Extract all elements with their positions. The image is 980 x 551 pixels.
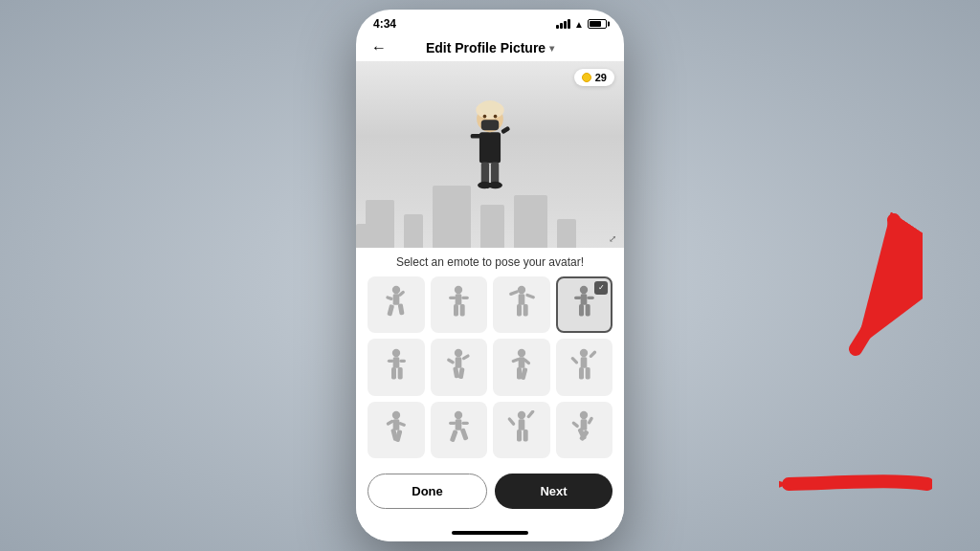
svg-rect-15 — [386, 296, 393, 301]
coin-icon — [582, 73, 591, 82]
wifi-icon: ▲ — [574, 19, 584, 30]
svg-rect-22 — [462, 297, 470, 299]
coins-count: 29 — [595, 72, 607, 83]
svg-rect-40 — [399, 359, 406, 362]
svg-point-12 — [494, 115, 498, 119]
arrow-next-indicator — [779, 455, 932, 513]
emote-cell-12[interactable] — [556, 402, 613, 459]
svg-rect-41 — [391, 367, 396, 380]
svg-point-19 — [455, 286, 462, 294]
svg-rect-60 — [586, 367, 590, 380]
svg-point-61 — [392, 411, 400, 419]
emote-hint: Select an emote to pose your avatar! — [368, 255, 612, 269]
svg-rect-46 — [462, 354, 471, 361]
svg-rect-14 — [392, 294, 399, 305]
svg-rect-74 — [518, 419, 524, 430]
svg-rect-29 — [517, 304, 522, 317]
svg-rect-0 — [479, 132, 501, 163]
emote-cell-2[interactable] — [431, 276, 488, 334]
emote-cell-5[interactable] — [368, 339, 425, 396]
svg-rect-44 — [456, 357, 462, 368]
svg-rect-39 — [388, 359, 394, 362]
svg-point-67 — [455, 411, 462, 419]
svg-rect-38 — [392, 357, 399, 368]
check-badge — [594, 281, 608, 295]
svg-rect-30 — [523, 304, 527, 317]
next-button[interactable]: Next — [495, 474, 612, 509]
svg-point-25 — [518, 286, 525, 294]
svg-point-31 — [580, 286, 588, 294]
emote-cell-9[interactable] — [368, 402, 425, 459]
svg-point-37 — [392, 349, 400, 357]
svg-rect-68 — [456, 419, 462, 430]
svg-rect-45 — [447, 358, 456, 364]
svg-rect-76 — [526, 410, 535, 419]
status-bar: 4:34 ▲ — [356, 10, 624, 34]
svg-rect-64 — [398, 422, 406, 428]
svg-rect-59 — [579, 367, 584, 380]
emote-cell-6[interactable] — [431, 339, 488, 396]
svg-point-43 — [455, 349, 462, 357]
svg-rect-18 — [397, 303, 404, 315]
svg-rect-48 — [458, 367, 465, 379]
emote-cell-3[interactable] — [493, 276, 550, 334]
battery-icon — [588, 19, 607, 29]
emote-cell-7[interactable] — [493, 339, 550, 396]
svg-rect-77 — [517, 430, 522, 442]
done-button[interactable]: Done — [368, 474, 487, 509]
svg-point-10 — [488, 182, 502, 188]
emote-cell-8[interactable] — [556, 339, 613, 396]
emote-section: Select an emote to pose your avatar! — [356, 248, 624, 467]
back-button[interactable]: ← — [371, 39, 387, 56]
signal-icon — [556, 19, 570, 29]
svg-rect-21 — [449, 297, 457, 299]
svg-rect-26 — [518, 294, 524, 305]
svg-rect-35 — [579, 304, 584, 317]
svg-rect-58 — [589, 350, 597, 359]
emote-cell-4[interactable] — [556, 276, 613, 334]
arrow-down-indicator — [808, 210, 923, 364]
header-title: Edit Profile Picture ▾ — [426, 40, 554, 55]
svg-rect-27 — [508, 290, 519, 297]
emote-cell-10[interactable] — [431, 402, 488, 459]
emote-cell-11[interactable] — [493, 402, 550, 459]
svg-rect-8 — [491, 163, 499, 185]
svg-rect-4 — [481, 120, 499, 130]
svg-rect-57 — [570, 356, 579, 364]
expand-icon[interactable]: ⤢ — [609, 233, 616, 244]
svg-rect-24 — [460, 304, 465, 317]
phone-frame: 4:34 ▲ ← Edit Profile Picture ▾ — [356, 10, 624, 541]
svg-rect-7 — [481, 163, 489, 185]
svg-point-49 — [518, 349, 525, 357]
dropdown-icon[interactable]: ▾ — [549, 43, 554, 54]
home-indicator — [356, 524, 624, 541]
svg-rect-33 — [574, 297, 582, 299]
svg-rect-6 — [471, 134, 481, 139]
svg-rect-32 — [581, 294, 588, 305]
svg-rect-28 — [525, 294, 536, 300]
svg-rect-78 — [523, 430, 527, 442]
svg-point-79 — [580, 411, 588, 419]
svg-rect-36 — [586, 304, 590, 317]
coins-badge: 29 — [574, 69, 614, 86]
home-bar — [452, 531, 528, 535]
svg-rect-56 — [581, 357, 588, 368]
emote-grid — [368, 276, 612, 467]
header: ← Edit Profile Picture ▾ — [356, 34, 624, 61]
svg-point-3 — [479, 100, 501, 115]
status-time: 4:34 — [373, 17, 396, 31]
svg-rect-72 — [460, 429, 469, 441]
svg-rect-75 — [507, 417, 516, 427]
svg-rect-81 — [571, 421, 580, 429]
emote-cell-1[interactable] — [368, 276, 425, 334]
bottom-buttons: Done Next — [356, 466, 624, 524]
svg-rect-42 — [397, 367, 402, 380]
svg-rect-23 — [454, 304, 458, 317]
svg-rect-50 — [518, 357, 524, 368]
svg-rect-82 — [588, 416, 594, 425]
svg-rect-17 — [387, 304, 394, 317]
svg-point-55 — [580, 349, 588, 357]
status-icons: ▲ — [556, 19, 607, 30]
svg-point-13 — [392, 286, 400, 294]
svg-rect-34 — [588, 297, 595, 299]
